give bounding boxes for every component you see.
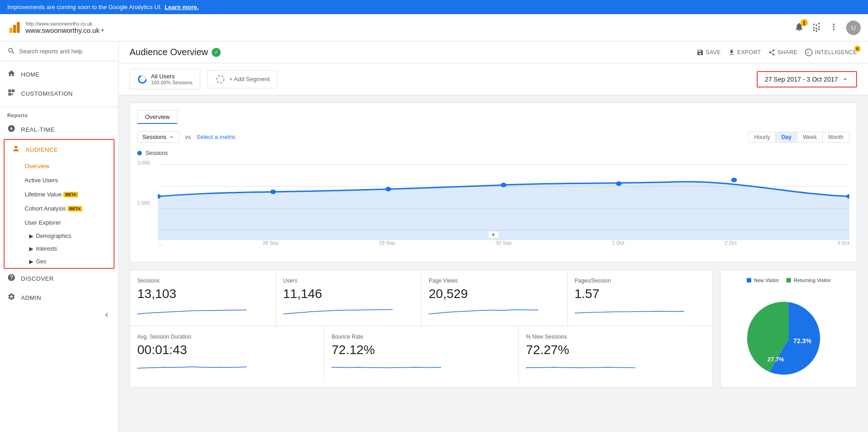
week-button[interactable]: Week (797, 132, 822, 142)
sessions-chart: 3,000 1,500 (137, 160, 849, 251)
demographics-label: Demographics (36, 233, 71, 239)
svg-point-15 (501, 183, 507, 187)
overview-tab[interactable]: Overview (137, 110, 177, 124)
demographics-expand-icon: ▶ (29, 233, 33, 239)
pie-legend: New Visitor Returning Visitor (747, 278, 831, 283)
user-avatar[interactable]: U (846, 21, 861, 35)
avg-duration-sparkline (137, 361, 317, 375)
date-range-picker[interactable]: 27 Sep 2017 - 3 Oct 2017 (757, 71, 857, 87)
bottom-section: Sessions 13,103 Users 11,146 (130, 270, 857, 387)
sidebar: Search reports and help HOME CUSTOMISATI… (0, 41, 119, 432)
logo-area: http://www.swoonworthy.co.uk www.swoonwo… (7, 21, 126, 35)
audience-icon (12, 144, 20, 154)
more-options-button[interactable] (829, 22, 839, 33)
overview-label: Overview (25, 163, 49, 170)
bounce-rate-sparkline (332, 361, 511, 375)
pageviews-sparkline (429, 305, 560, 319)
share-icon (768, 49, 775, 56)
active-users-label: Active Users (25, 177, 58, 184)
metrics-row-1: Sessions 13,103 Users 11,146 (130, 270, 712, 326)
app-header: http://www.swoonworthy.co.uk www.swoonwo… (0, 14, 868, 41)
all-users-segment[interactable]: All Users 100.00% Sessions (130, 69, 200, 89)
sidebar-item-discover[interactable]: DISCOVER (0, 269, 118, 288)
pie-panel: New Visitor Returning Visitor (720, 270, 857, 387)
sidebar-item-interests[interactable]: ▶ Interests (5, 242, 114, 255)
sessions-metric: Sessions 13,103 (130, 270, 276, 326)
ga-logo-icon (7, 21, 22, 35)
sidebar-item-active-users[interactable]: Active Users (5, 173, 114, 187)
page-header: Audience Overview ✓ SAVE EXPORT SHARE 6 (119, 41, 868, 63)
audience-subnav: Overview Active Users Lifetime Value BET… (5, 159, 114, 268)
sidebar-item-geo[interactable]: ▶ Geo (5, 255, 114, 268)
notifications-button[interactable]: 2 (794, 22, 804, 33)
add-segment-button[interactable]: + Add Segment (208, 70, 277, 88)
new-visitor-legend: New Visitor (747, 278, 779, 283)
collapse-sidebar-button[interactable] (0, 307, 118, 323)
chart-area (158, 160, 849, 240)
returning-visitor-dot (786, 278, 791, 283)
avg-session-duration-metric: Avg. Session Duration 00:01:43 (130, 326, 324, 382)
site-url-small: http://www.swoonworthy.co.uk (26, 21, 104, 26)
intelligence-button[interactable]: 6 INTELLIGENCE 6 (805, 48, 857, 57)
admin-icon (7, 293, 16, 303)
metrics-grid: Sessions 13,103 Users 11,146 (130, 270, 713, 387)
sidebar-item-overview[interactable]: Overview (5, 159, 114, 173)
user-explorer-label: User Explorer (25, 219, 61, 226)
svg-point-16 (616, 181, 622, 186)
users-sparkline (283, 305, 414, 319)
search-icon (7, 47, 16, 55)
geo-expand-icon: ▶ (29, 258, 33, 265)
save-button[interactable]: SAVE (696, 49, 721, 56)
learn-more-link[interactable]: Learn more. (165, 4, 198, 10)
intelligence-icon: 6 (805, 48, 813, 57)
hourly-button[interactable]: Hourly (748, 132, 776, 142)
sidebar-item-user-explorer[interactable]: User Explorer (5, 216, 114, 230)
segment-spinner (137, 74, 147, 84)
site-url-main[interactable]: www.swoonworthy.co.uk ▾ (26, 26, 104, 34)
new-sessions-sparkline (526, 361, 705, 375)
notification-badge: 2 (800, 19, 808, 26)
sidebar-item-cohort-analysis[interactable]: Cohort Analysis BETA (5, 201, 114, 216)
geo-label: Geo (36, 258, 47, 265)
main-layout: Search reports and help HOME CUSTOMISATI… (0, 41, 868, 432)
chart-y-labels: 3,000 1,500 (137, 160, 158, 251)
lifetime-value-beta: BETA (63, 192, 78, 197)
customisation-icon (7, 88, 16, 98)
day-button[interactable]: Day (776, 132, 797, 142)
sidebar-customisation-label: CUSTOMISATION (21, 90, 73, 97)
sessions-dropdown[interactable]: Sessions (137, 131, 180, 143)
sidebar-item-home[interactable]: HOME (0, 65, 118, 84)
cohort-beta: BETA (68, 206, 82, 211)
verified-icon: ✓ (212, 48, 221, 57)
sidebar-item-realtime[interactable]: REAL-TIME (0, 120, 118, 139)
pages-per-session-sparkline (575, 305, 706, 319)
chart-expand-button[interactable]: ▼ (488, 231, 499, 238)
svg-point-17 (731, 178, 737, 182)
export-button[interactable]: EXPORT (728, 49, 761, 56)
share-button[interactable]: SHARE (768, 49, 797, 56)
sidebar-item-admin[interactable]: ADMIN (0, 288, 118, 307)
sidebar-item-audience[interactable]: AUDIENCE (5, 140, 114, 159)
intelligence-badge: 6 (854, 46, 861, 52)
sidebar-home-label: HOME (21, 71, 40, 78)
svg-point-13 (270, 190, 276, 194)
search-bar[interactable]: Search reports and help (0, 41, 118, 61)
notification-text: Improvements are coming soon to the Goog… (7, 4, 162, 10)
svg-text:6: 6 (807, 51, 810, 55)
select-metric-link[interactable]: Select a metric (197, 134, 236, 140)
sidebar-item-customisation[interactable]: CUSTOMISATION (0, 84, 118, 103)
site-dropdown-arrow[interactable]: ▾ (101, 27, 104, 33)
svg-rect-2 (17, 22, 20, 33)
returning-visitor-legend: Returning Visitor (786, 278, 831, 283)
notification-bar: Improvements are coming soon to the Goog… (0, 0, 868, 14)
home-icon (7, 69, 16, 79)
pages-per-session-metric: Pages/Session 1.57 (567, 270, 713, 326)
sidebar-item-demographics[interactable]: ▶ Demographics (5, 230, 114, 242)
sidebar-item-lifetime-value[interactable]: Lifetime Value BETA (5, 187, 114, 201)
new-visitor-dot (747, 278, 751, 283)
date-range-dropdown-icon (842, 76, 849, 83)
sessions-dropdown-icon (168, 134, 175, 140)
add-segment-circle (215, 74, 225, 84)
month-button[interactable]: Month (823, 132, 849, 142)
apps-button[interactable] (811, 22, 821, 33)
